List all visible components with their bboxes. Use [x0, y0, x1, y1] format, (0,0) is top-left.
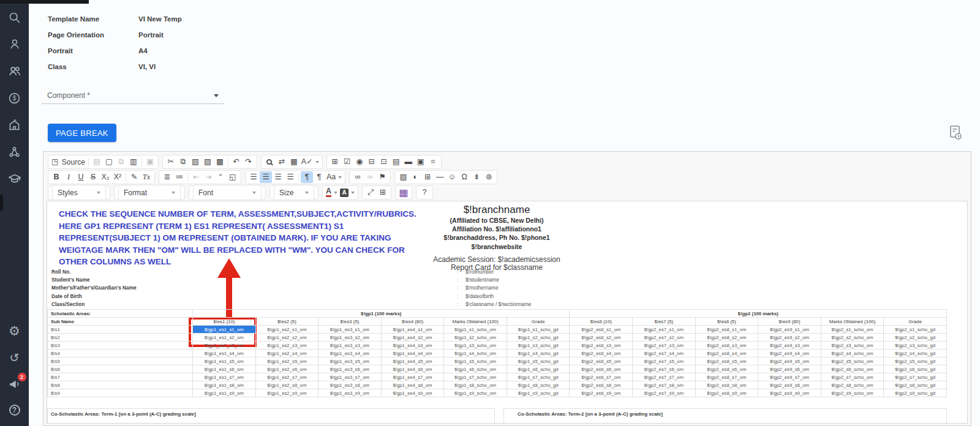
image-button[interactable]: ▧ — [397, 171, 409, 183]
underline-button[interactable]: U — [75, 171, 87, 183]
placeholder-cell[interactable]: $!gp2_es8_s6_om — [695, 365, 758, 373]
placeholder-cell[interactable]: $!gp1_s1_scho_gd — [507, 326, 570, 334]
placeholder-cell[interactable]: $!gp1_es2_s2_om — [255, 334, 318, 342]
column-header[interactable]: $!es1 (10) — [193, 318, 256, 326]
placeholder-cell[interactable]: $!gp2_es7_s5_om — [633, 357, 696, 365]
subject-name-cell[interactable]: $!s5 — [48, 357, 193, 365]
placeholder-cell[interactable]: $!gp1_es2_s1_om — [255, 326, 318, 334]
copy-formatting-button[interactable]: ✎ — [128, 171, 140, 183]
placeholder-cell[interactable]: $!gp2_s6_scho_om — [821, 365, 884, 373]
font-dropdown[interactable]: Font — [193, 185, 262, 200]
placeholder-cell[interactable]: $!gp1_es1_s7_om — [193, 373, 256, 381]
column-header[interactable]: $!es2 (5) — [255, 318, 318, 326]
align-left-button[interactable]: ☰ — [247, 171, 260, 183]
placeholder-cell[interactable]: $!gp2_es9_s7_om — [758, 373, 821, 381]
placeholder-cell[interactable]: $!gp1_es1_s4_om — [193, 349, 256, 357]
redo-button[interactable]: ↷ — [243, 156, 255, 168]
component-select[interactable]: Component * — [42, 88, 224, 104]
placeholder-cell[interactable]: $!gp1_es3_s9_om — [318, 389, 382, 397]
placeholder-cell[interactable]: $!gp1_s5_scho_gd — [507, 357, 570, 365]
placeholder-cell[interactable]: $!gp2_es9_s6_om — [758, 365, 821, 373]
placeholder-cell[interactable]: $!gp2_es7_s4_om — [633, 349, 696, 357]
bidi-rtl-button[interactable]: ¶ — [313, 171, 325, 183]
column-header[interactable]: Grade — [507, 318, 570, 326]
placeholder-cell[interactable]: $!gp2_es6_s4_om — [570, 349, 633, 357]
placeholder-cell[interactable]: $!gp1_es4_s9_om — [381, 389, 444, 397]
placeholder-cell[interactable]: $!gp1_s6_scho_om — [444, 365, 507, 373]
placeholder-cell[interactable]: $!gp1_s7_scho_om — [444, 373, 507, 381]
placeholder-cell[interactable]: $!gp2_s3_scho_om — [821, 342, 884, 349]
placeholder-cell[interactable]: $!gp2_es7_s6_om — [633, 365, 696, 373]
column-header[interactable]: $!es6 (10) — [570, 318, 633, 326]
search-icon[interactable] — [7, 10, 22, 24]
placeholder-cell[interactable]: $!gp2_s4_scho_om — [821, 349, 884, 357]
placeholder-cell[interactable]: $!gp2_es6_s2_om — [570, 334, 633, 342]
placeholder-cell[interactable]: $!gp1_es3_s8_om — [318, 381, 382, 389]
placeholder-cell[interactable]: $!gp2_es8_s3_om — [695, 342, 758, 349]
anchor-button[interactable]: ⚑ — [376, 171, 388, 183]
image-button-button[interactable]: ▣ — [415, 156, 427, 168]
school-icon[interactable] — [7, 118, 22, 132]
select-field-button[interactable]: ▤ — [390, 156, 402, 168]
placeholder-cell[interactable]: $!gp1_es4_s3_om — [381, 342, 444, 349]
placeholder-cell[interactable]: $!gp2_s5_scho_gd — [884, 357, 947, 365]
placeholder-cell[interactable]: $!gp1_es2_s7_om — [255, 373, 318, 381]
placeholder-cell[interactable]: $!gp1_es2_s6_om — [255, 365, 318, 373]
sidebar-drag-handle[interactable] — [0, 195, 3, 211]
placeholder-cell[interactable]: $!gp1_es2_s9_om — [255, 389, 318, 397]
placeholder-cell[interactable]: $!gp1_s3_scho_om — [444, 342, 507, 349]
placeholder-cell[interactable]: $!gp2_s8_scho_om — [821, 381, 884, 389]
format-dropdown[interactable]: Format — [118, 185, 181, 200]
paste-button[interactable]: ▧ — [189, 156, 202, 168]
placeholder-cell[interactable]: $!gp2_es6_s8_om — [570, 381, 633, 389]
placeholder-cell[interactable]: $!gp1_es4_s7_om — [381, 373, 444, 381]
editor-document[interactable]: CHECK THE SEQUENCE NUMBER OF TERM, ASSES… — [47, 201, 968, 424]
subject-name-cell[interactable]: $!s3 — [48, 342, 193, 349]
undo-button[interactable]: ↶ — [230, 156, 243, 168]
special-char-button[interactable]: Ω — [458, 171, 470, 183]
subscript-button[interactable]: X₂ — [99, 171, 111, 183]
placeholder-cell[interactable]: $!gp2_es9_s3_om — [758, 342, 821, 349]
copy-button[interactable]: ⧉ — [177, 156, 189, 168]
column-header[interactable]: $!es9 (80) — [758, 318, 821, 326]
placeholder-cell[interactable]: $!gp2_es9_s4_om — [758, 349, 821, 357]
placeholder-cell[interactable]: $!gp2_es8_s4_om — [695, 349, 758, 357]
placeholder-cell[interactable]: $!gp1_s4_scho_om — [444, 349, 507, 357]
placeholder-cell[interactable]: $!gp2_es9_s8_om — [758, 381, 821, 389]
radio-button-button[interactable]: ◉ — [353, 156, 366, 168]
placeholder-cell[interactable]: $!gp1_s2_scho_om — [444, 334, 507, 342]
text-field-button[interactable]: ⊟ — [366, 156, 378, 168]
placeholder-cell[interactable]: $!gp2_s6_scho_gd — [884, 365, 947, 373]
table-button[interactable]: ⊞ — [421, 171, 434, 183]
co-scholastic-term2[interactable]: Co-Scholastic Areas: Term-2 [on a 3-poin… — [503, 408, 947, 424]
placeholder-cell[interactable]: $!gp1_es1_s2_om — [193, 334, 256, 342]
maximize-button[interactable]: ⤢ — [364, 187, 377, 198]
spell-check-button[interactable]: A✓ — [300, 156, 320, 168]
staff-icon[interactable] — [7, 64, 22, 78]
column-header[interactable]: $!es4 (80) — [381, 318, 444, 326]
placeholder-cell[interactable]: $!gp2_s4_scho_gd — [884, 349, 947, 357]
placeholder-cell[interactable]: $!gp1_s2_scho_gd — [507, 334, 570, 342]
placeholder-cell[interactable]: $!gp1_es4_s8_om — [381, 381, 444, 389]
student-icon[interactable] — [7, 37, 22, 51]
placeholder-cell[interactable]: $!gp1_s9_scho_om — [444, 389, 507, 397]
placeholder-cell[interactable]: $!gp1_s1_scho_om — [444, 326, 507, 334]
placeholder-cell[interactable]: $!gp1_es2_s3_om — [255, 342, 318, 349]
column-header[interactable]: $!es8 (5) — [695, 318, 758, 326]
subject-name-cell[interactable]: $!s2 — [48, 334, 193, 342]
paste-word-button[interactable]: ▩ — [214, 156, 226, 168]
placeholder-cell[interactable]: $!gp1_es3_s6_om — [318, 365, 382, 373]
placeholder-cell[interactable]: $!gp1_es3_s1_om — [318, 326, 382, 334]
placeholder-cell[interactable]: $!gp2_s7_scho_gd — [884, 373, 947, 381]
network-icon[interactable] — [7, 144, 22, 159]
bulleted-list-button[interactable]: ≔ — [173, 171, 186, 183]
settings-icon[interactable]: ⚙ — [7, 324, 22, 338]
language-button[interactable]: Aa — [325, 171, 343, 183]
placeholder-cell[interactable]: $!gp1_s8_scho_gd — [507, 381, 570, 389]
placeholder-cell[interactable]: $!gp1_es4_s2_om — [381, 334, 444, 342]
numbered-list-button[interactable]: ≣ — [161, 171, 173, 183]
align-center-button[interactable]: ☰ — [260, 171, 272, 183]
placeholder-cell[interactable]: $!gp1_s8_scho_om — [444, 381, 507, 389]
source-button[interactable]: ◳Source — [50, 156, 86, 168]
print-button[interactable]: ▥ — [127, 156, 140, 168]
